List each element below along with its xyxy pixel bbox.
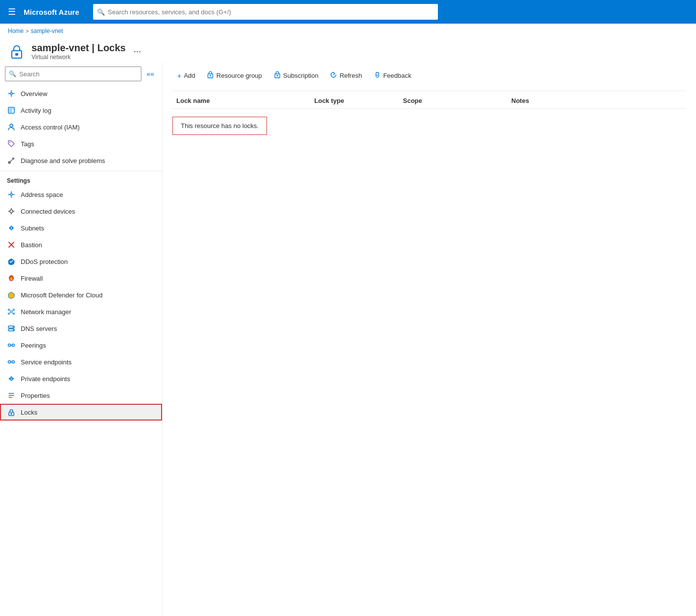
col-notes: Notes [507, 97, 686, 104]
private-endpoints-icon [7, 374, 16, 383]
page-title: sample-vnet | Locks [32, 42, 126, 54]
ddos-icon [7, 257, 16, 266]
feedback-icon [374, 71, 381, 80]
svg-point-31 [12, 361, 15, 363]
sidebar-item-defender[interactable]: Microsoft Defender for Cloud [0, 287, 162, 303]
sidebar-item-diagnose[interactable]: Diagnose and solve problems [0, 152, 162, 169]
svg-rect-36 [11, 413, 12, 415]
sidebar-search-icon: 🔍 [9, 70, 16, 77]
subnets-icon [7, 224, 16, 232]
add-button[interactable]: + Add [172, 69, 200, 83]
sidebar-item-label: Activity log [21, 107, 51, 114]
svg-point-6 [9, 142, 10, 143]
sidebar-item-label: Locks [21, 409, 37, 416]
bastion-icon [7, 240, 16, 249]
svg-rect-40 [276, 75, 278, 77]
sidebar-item-label: Bastion [21, 241, 42, 249]
refresh-button[interactable]: Refresh [325, 68, 367, 83]
col-lock-type: Lock type [310, 97, 399, 104]
svg-line-21 [12, 310, 13, 311]
properties-icon [7, 391, 16, 400]
sidebar-item-label: Subnets [21, 225, 44, 232]
sidebar-item-label: Network manager [21, 308, 71, 316]
sidebar-item-label: Properties [21, 392, 50, 399]
sidebar-item-overview[interactable]: Overview [0, 85, 162, 102]
breadcrumb: Home > sample-vnet [0, 24, 696, 38]
sidebar-item-address-space[interactable]: Address space [0, 186, 162, 203]
sidebar-item-locks[interactable]: Locks [0, 404, 162, 421]
subscription-button[interactable]: Subscription [269, 68, 324, 83]
no-locks-message: This resource has no locks. [172, 117, 267, 135]
sidebar-item-label: Tags [21, 140, 34, 148]
locks-icon [7, 408, 16, 417]
sidebar-search-input[interactable] [5, 66, 141, 81]
sidebar-item-activity-log[interactable]: Activity log [0, 102, 162, 119]
page-header-text: sample-vnet | Locks Virtual network [32, 42, 126, 61]
global-search-icon: 🔍 [97, 8, 105, 16]
sidebar-item-label: Microsoft Defender for Cloud [21, 292, 102, 299]
sidebar-item-label: Firewall [21, 275, 43, 282]
sidebar-item-label: Overview [21, 90, 47, 97]
breadcrumb-home[interactable]: Home [8, 28, 24, 34]
sidebar-item-service-endpoints[interactable]: Service endpoints [0, 354, 162, 370]
sidebar-item-label: Diagnose and solve problems [21, 157, 105, 164]
svg-point-26 [13, 326, 14, 327]
svg-point-2 [10, 93, 12, 95]
sidebar-item-label: Service endpoints [21, 358, 71, 366]
sidebar-item-label: DNS servers [21, 325, 57, 332]
iam-icon [7, 123, 16, 131]
feedback-button[interactable]: Feedback [369, 68, 416, 83]
sidebar-item-connected-devices[interactable]: Connected devices [0, 203, 162, 220]
toolbar: + Add Resource group [172, 63, 686, 91]
address-space-icon [7, 190, 16, 199]
network-manager-icon [7, 307, 16, 316]
sidebar-collapse-button[interactable]: «« [143, 68, 157, 80]
breadcrumb-separator: > [26, 28, 29, 34]
refresh-icon [330, 71, 337, 80]
sidebar-item-bastion[interactable]: Bastion [0, 236, 162, 253]
svg-point-30 [8, 361, 11, 363]
svg-point-19 [13, 313, 15, 315]
sidebar: 🔍 «« Overview Activity lo [0, 63, 163, 616]
sidebar-item-firewall[interactable]: Firewall [0, 270, 162, 287]
defender-icon [7, 291, 16, 299]
settings-section-label: Settings [0, 171, 162, 186]
svg-point-41 [376, 72, 379, 75]
sidebar-item-tags[interactable]: Tags [0, 135, 162, 152]
svg-point-15 [10, 311, 12, 313]
diagnose-icon [7, 156, 16, 165]
sidebar-item-label: DDoS protection [21, 258, 67, 265]
refresh-label: Refresh [339, 72, 362, 79]
add-icon: + [177, 72, 181, 80]
resource-group-button[interactable]: Resource group [202, 68, 267, 83]
global-search-input[interactable] [93, 4, 438, 20]
svg-point-4 [10, 124, 13, 127]
col-scope: Scope [399, 97, 507, 104]
sidebar-item-peerings[interactable]: Peerings [0, 337, 162, 354]
svg-point-18 [8, 313, 10, 315]
sidebar-item-private-endpoints[interactable]: Private endpoints [0, 370, 162, 387]
tags-icon [7, 139, 16, 148]
sidebar-item-subnets[interactable]: Subnets [0, 220, 162, 236]
hamburger-menu-icon[interactable]: ☰ [6, 4, 18, 19]
sidebar-item-dns-servers[interactable]: DNS servers [0, 320, 162, 337]
dns-icon [7, 324, 16, 333]
content-area: + Add Resource group [163, 63, 696, 616]
svg-line-23 [12, 313, 13, 314]
sidebar-item-properties[interactable]: Properties [0, 387, 162, 404]
subscription-icon [274, 71, 281, 80]
more-options-icon[interactable]: ··· [133, 46, 141, 57]
resource-lock-icon [8, 43, 26, 61]
firewall-icon [7, 274, 16, 283]
breadcrumb-resource[interactable]: sample-vnet [31, 28, 63, 34]
svg-rect-38 [210, 75, 211, 77]
svg-rect-1 [15, 53, 18, 56]
resource-group-icon [207, 71, 214, 80]
page-subtitle: Virtual network [32, 54, 126, 61]
sidebar-item-label: Peerings [21, 342, 46, 349]
svg-point-9 [10, 210, 13, 213]
global-search: 🔍 [93, 4, 438, 20]
sidebar-item-network-manager[interactable]: Network manager [0, 303, 162, 320]
sidebar-item-iam[interactable]: Access control (IAM) [0, 119, 162, 135]
sidebar-item-ddos[interactable]: DDoS protection [0, 253, 162, 270]
